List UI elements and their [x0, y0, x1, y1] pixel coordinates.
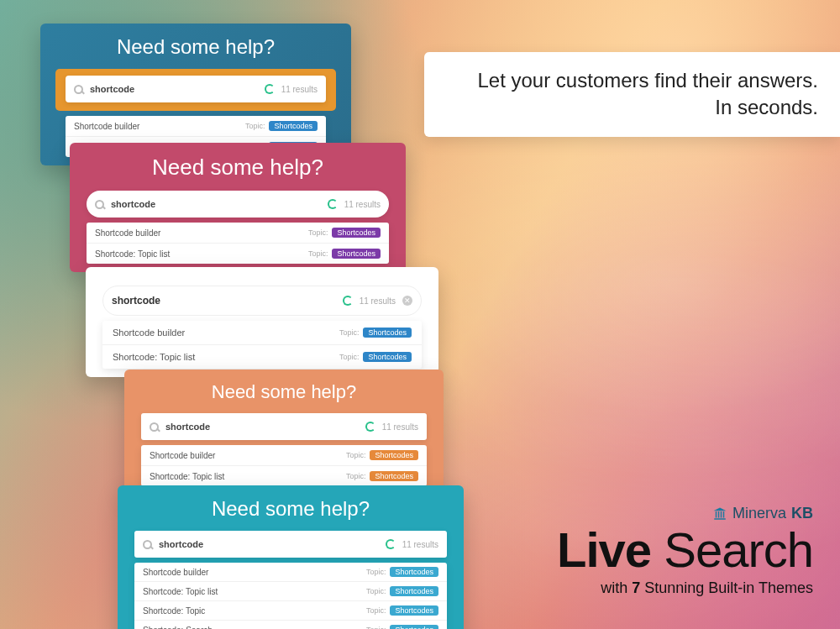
result-title: Shortcode: Topic [143, 606, 205, 616]
theme-card-raspberry: Need some help? shortcode 11 results Sho… [70, 143, 406, 272]
product-title-light: Search [651, 522, 813, 577]
results-count: 11 results [402, 540, 438, 549]
result-title: Shortcode builder [95, 228, 160, 238]
theme-card-white: shortcode 11 results ✕ Shortcode builder… [86, 267, 438, 377]
spinner-icon [343, 296, 353, 306]
result-title: Shortcode: Topic list [113, 352, 195, 362]
brand-name-prefix: Minerva [732, 505, 786, 522]
search-bar[interactable]: shortcode 11 results [87, 191, 389, 218]
column-icon [712, 506, 727, 522]
product-title: Live Search [557, 526, 813, 574]
brand-name-bold: KB [791, 505, 813, 522]
result-title: Shortcode: Search [143, 626, 213, 630]
results-count: 11 results [360, 296, 396, 306]
results-count: 11 results [382, 422, 418, 432]
result-title: Shortcode builder [143, 568, 208, 577]
topic-label: Topic: [245, 122, 265, 130]
result-row[interactable]: Shortcode builder Topic:Shortcodes [87, 223, 389, 244]
results-list: Shortcode builder Topic:Shortcodes Short… [134, 563, 447, 629]
results-list: Shortcode builder Topic:Shortcodes Short… [102, 321, 422, 369]
theme-card-teal: Need some help? shortcode 11 results Sho… [118, 485, 464, 629]
search-query[interactable]: shortcode [112, 295, 336, 307]
topic-label: Topic: [366, 587, 386, 595]
spinner-icon [265, 84, 275, 94]
brand-logo: MinervaKB [557, 505, 813, 522]
search-bar[interactable]: shortcode 11 results ✕ [102, 286, 422, 316]
topic-label: Topic: [339, 353, 360, 361]
search-bar[interactable]: shortcode 11 results [134, 531, 447, 558]
result-row[interactable]: Shortcode builder Topic:Shortcodes [141, 445, 427, 466]
spinner-icon [386, 539, 396, 549]
topic-tag[interactable]: Shortcodes [370, 450, 418, 460]
search-wrap: shortcode 11 results [55, 69, 336, 111]
search-icon [95, 200, 104, 209]
topic-tag[interactable]: Shortcodes [390, 625, 438, 629]
search-query[interactable]: shortcode [165, 422, 359, 432]
search-bar[interactable]: shortcode 11 results [141, 413, 427, 440]
topic-label: Topic: [366, 606, 386, 615]
card-heading: Need some help? [40, 24, 351, 69]
result-row[interactable]: Shortcode: Topic list Topic:Shortcodes [102, 345, 422, 369]
topic-tag[interactable]: Shortcodes [332, 228, 381, 238]
clear-icon[interactable]: ✕ [402, 296, 412, 306]
search-icon [143, 540, 152, 549]
topic-tag[interactable]: Shortcodes [269, 121, 318, 131]
card-heading: Need some help? [124, 370, 444, 413]
result-title: Shortcode builder [113, 328, 185, 338]
tagline-card: Let your customers find their answers. I… [424, 52, 840, 137]
product-title-bold: Live [557, 522, 651, 577]
search-query[interactable]: shortcode [90, 84, 258, 94]
spinner-icon [365, 422, 375, 432]
topic-tag[interactable]: Shortcodes [332, 249, 381, 259]
results-list: Shortcode builder Topic:Shortcodes Short… [87, 223, 389, 264]
result-title: Shortcode builder [150, 451, 215, 460]
topic-label: Topic: [308, 228, 328, 237]
topic-label: Topic: [366, 568, 386, 576]
result-row[interactable]: Shortcode: Topic Topic:Shortcodes [134, 601, 447, 621]
topic-tag[interactable]: Shortcodes [363, 328, 412, 338]
result-title: Shortcode builder [74, 122, 139, 131]
branding-block: MinervaKB Live Search with 7 Stunning Bu… [557, 505, 813, 597]
results-count: 11 results [281, 85, 318, 94]
theme-card-orange: Need some help? shortcode 11 results Sho… [124, 370, 444, 495]
result-row[interactable]: Shortcode builder Topic:Shortcodes [134, 563, 447, 582]
card-heading: Need some help? [118, 485, 464, 531]
result-row[interactable]: Shortcode: Topic list Topic:Shortcodes [87, 244, 389, 264]
topic-tag[interactable]: Shortcodes [390, 586, 438, 596]
topic-label: Topic: [308, 249, 328, 258]
search-icon [74, 85, 83, 94]
results-list: Shortcode builder Topic:Shortcodes Short… [141, 445, 427, 486]
results-count: 11 results [344, 200, 381, 209]
topic-label: Topic: [339, 328, 360, 337]
result-row[interactable]: Shortcode: Topic list Topic:Shortcodes [134, 582, 447, 601]
topic-label: Topic: [366, 626, 386, 629]
search-query[interactable]: shortcode [111, 199, 321, 209]
result-row[interactable]: Shortcode builder Topic:Shortcodes [66, 116, 326, 137]
tagline-line-1: Let your customers find their answers. [446, 67, 818, 94]
result-row[interactable]: Shortcode: Search Topic:Shortcodes [134, 621, 447, 629]
result-row[interactable]: Shortcode builder Topic:Shortcodes [102, 321, 422, 345]
topic-label: Topic: [346, 472, 366, 480]
result-title: Shortcode: Topic list [95, 249, 170, 259]
spinner-icon [328, 199, 338, 209]
topic-tag[interactable]: Shortcodes [390, 605, 438, 616]
search-query[interactable]: shortcode [159, 539, 379, 549]
topic-label: Topic: [346, 451, 366, 459]
result-row[interactable]: Shortcode: Topic list Topic:Shortcodes [141, 466, 427, 486]
product-subtitle: with 7 Stunning Built-in Themes [557, 579, 813, 597]
result-title: Shortcode: Topic list [143, 587, 218, 596]
card-heading: Need some help? [70, 143, 406, 191]
search-icon [150, 422, 159, 432]
topic-tag[interactable]: Shortcodes [363, 352, 412, 362]
result-title: Shortcode: Topic list [150, 472, 224, 481]
topic-tag[interactable]: Shortcodes [370, 471, 418, 481]
search-bar[interactable]: shortcode 11 results [66, 76, 326, 102]
topic-tag[interactable]: Shortcodes [390, 567, 438, 577]
tagline-line-2: In seconds. [446, 94, 818, 121]
